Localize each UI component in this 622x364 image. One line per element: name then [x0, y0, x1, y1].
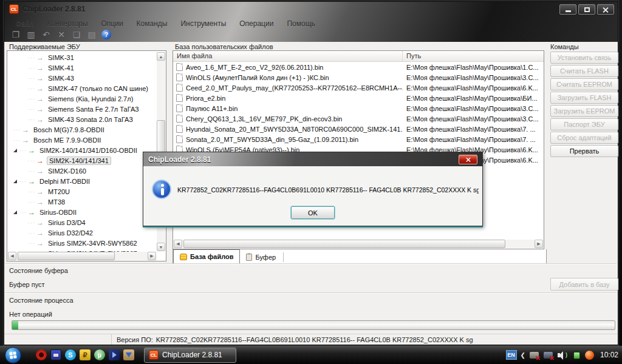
- file-icon: [176, 115, 183, 123]
- tree-item[interactable]: ···→SIM2K-140/141/341: [7, 155, 157, 166]
- battery-icon[interactable]: [571, 351, 581, 360]
- scroll-up-icon[interactable]: ▲: [157, 52, 165, 61]
- menu-item-6[interactable]: Помощь: [280, 18, 321, 30]
- connection-disconnected-icon[interactable]: ✕: [543, 351, 553, 360]
- language-indicator[interactable]: EN: [506, 350, 517, 360]
- tree-horizontal-scrollbar[interactable]: ◀ ▶: [8, 252, 156, 260]
- tree-item[interactable]: ···→MT20U: [7, 186, 157, 197]
- paste-icon[interactable]: ▤: [86, 30, 97, 39]
- tree-item[interactable]: ···→Sirius D3/D4: [7, 217, 157, 228]
- tree-item[interactable]: ···→Bosch M(G)7.9.8-OBDII: [7, 124, 157, 135]
- file-row[interactable]: WinOLS (АмулетПалий Коля дин (+1) - )КС.…: [173, 72, 544, 83]
- file-name: Sonata_2.0_MT_5WY5D33A_din_95-Gaz_(1.09.…: [186, 136, 358, 143]
- tree-item-label: Siemens (Kia, Hyundai 2.7л): [47, 95, 134, 103]
- clock[interactable]: 10:02: [600, 351, 618, 359]
- file-row[interactable]: Sonata_2.0_MT_5WY5D33A_din_95-Gaz_(1.09.…: [173, 134, 544, 144]
- file-icon: [176, 104, 183, 112]
- scroll-left-icon[interactable]: ◀: [174, 240, 182, 248]
- tree-item[interactable]: ···→SIM2K-140/141/341/D160-OBDII: [7, 145, 157, 155]
- menu-item-5[interactable]: Операции: [233, 18, 280, 30]
- file-row[interactable]: Aveo_1.6_MT_E-2_eco_V2_92(6.06.2011).bin…: [173, 62, 544, 72]
- copy-icon[interactable]: ❏: [71, 30, 82, 39]
- tree-item[interactable]: ···→Sirius-OBDII: [7, 207, 157, 217]
- menu-item-1[interactable]: Конверторы: [41, 18, 95, 30]
- downloads-icon[interactable]: [123, 349, 134, 360]
- collapse-chevron-icon[interactable]: ❮: [521, 352, 525, 359]
- scroll-right-icon[interactable]: ▶: [535, 240, 543, 248]
- scroll-left-icon[interactable]: ◀: [8, 252, 16, 260]
- column-header-name[interactable]: Имя файла: [173, 51, 403, 61]
- opera-icon[interactable]: [36, 349, 47, 360]
- list-hscroll-thumb[interactable]: [183, 240, 505, 248]
- tree-item[interactable]: ···→SIMK-43 Sonata 2.0л ТаГАЗ: [7, 114, 157, 124]
- add-to-database-button[interactable]: Добавить в базу: [550, 278, 618, 291]
- tree-item[interactable]: ···→SIMK-41: [7, 62, 157, 73]
- scroll-right-icon[interactable]: ▶: [148, 252, 156, 260]
- file-row[interactable]: Chery_QQ613_1,3L_16V_ME797_PK_din-ecov3.…: [173, 113, 544, 124]
- separator: [5, 292, 617, 294]
- start-button[interactable]: [5, 347, 21, 363]
- command-button-2[interactable]: Считать EEPROM: [550, 78, 618, 90]
- list-horizontal-scrollbar[interactable]: ◀ ▶: [174, 240, 543, 248]
- undo-icon[interactable]: ↶: [41, 30, 52, 39]
- tab-buffer[interactable]: Буфер: [240, 251, 282, 264]
- ok-button[interactable]: OK: [291, 206, 335, 219]
- expander-icon[interactable]: [13, 149, 17, 152]
- command-button-6[interactable]: Сброс адаптаций: [550, 132, 618, 144]
- help-icon[interactable]: ?: [101, 30, 111, 39]
- tab-file-database[interactable]: База файлов: [173, 249, 240, 264]
- dialog-close-button[interactable]: [459, 155, 477, 164]
- cut-icon[interactable]: ✕: [56, 30, 67, 39]
- file-row[interactable]: Ceed_2.0_MT_Paulys_may_(KR77205253--KR77…: [173, 83, 544, 93]
- floppy-icon[interactable]: [50, 349, 61, 360]
- command-button-7[interactable]: Прервать: [550, 145, 618, 157]
- file-row[interactable]: Hyundai_Sonata_20_MT_5WY5D33A_N8T0RC0A69…: [173, 124, 544, 134]
- command-button-5[interactable]: Паспорт ЭБУ: [550, 118, 618, 130]
- taskbar-app-button[interactable]: CL ChipLoader 2.8.81: [144, 348, 236, 363]
- file-path: E:\Моя флешка\Flash\May\Прошивка\7. ...: [403, 126, 544, 133]
- command-button-4[interactable]: Загрузить EEPROM: [550, 105, 618, 117]
- column-header-path[interactable]: Путь: [403, 51, 544, 61]
- scroll-down-icon[interactable]: ▼: [157, 243, 165, 251]
- expander-icon[interactable]: [13, 211, 17, 214]
- menu-item-4[interactable]: Инструменты: [174, 18, 233, 30]
- network-disconnected-icon[interactable]: ✕: [529, 351, 539, 360]
- tree-item[interactable]: ···→Siemens Santa Fe 2.7л ТаГАЗ: [7, 104, 157, 114]
- open-icon[interactable]: ❐: [10, 30, 21, 39]
- ecu-arrow-icon: →: [36, 240, 44, 247]
- media-player-icon[interactable]: [109, 349, 120, 360]
- tree-connector: ···: [13, 127, 21, 133]
- tree-item[interactable]: ···→SIMK-31: [7, 52, 157, 62]
- utorrent-icon[interactable]: µ: [94, 349, 105, 360]
- skype-icon[interactable]: S: [65, 349, 76, 360]
- tree-item[interactable]: ···→Delphi MT-OBDII: [7, 176, 157, 186]
- close-button[interactable]: [597, 4, 614, 15]
- tree-item[interactable]: ···→Siemens (Kia, Hyundai 2.7л): [7, 93, 157, 104]
- file-row[interactable]: Паулюс A11+.binE:\Моя флешка\Flash\May\П…: [173, 103, 544, 113]
- minimize-button[interactable]: [559, 4, 576, 15]
- menu-item-3[interactable]: Команды: [130, 18, 174, 30]
- volume-icon[interactable]: ): [557, 351, 567, 360]
- maximize-button[interactable]: [578, 4, 595, 15]
- file-icon: [176, 84, 183, 92]
- quick-launch: S₽µ: [36, 349, 134, 360]
- tree-item[interactable]: ···→SIM2K-D160: [7, 166, 157, 176]
- save-icon[interactable]: ▥: [26, 30, 36, 39]
- command-button-1[interactable]: Считать FLASH: [550, 65, 618, 77]
- tree-item[interactable]: ···→Bosch ME 7.9.9-OBDII: [7, 135, 157, 145]
- antivirus-icon[interactable]: [585, 351, 594, 360]
- tree-item[interactable]: ···→SIM2K-47 (только по CAN шине): [7, 83, 157, 93]
- menu-item-2[interactable]: Опции: [94, 18, 129, 30]
- tree-item[interactable]: ···→SIMK-43: [7, 73, 157, 83]
- tree-connector: ···: [28, 158, 35, 164]
- expander-icon[interactable]: [13, 180, 17, 183]
- tree-hscroll-thumb[interactable]: [18, 252, 115, 260]
- tree-item[interactable]: ···→MT38: [7, 197, 157, 207]
- command-button-0[interactable]: Установить связь: [550, 52, 618, 64]
- tree-item[interactable]: ···→Sirius SIM2K-34VR-5WY5862: [7, 238, 157, 248]
- gold-app-icon[interactable]: ₽: [80, 349, 91, 360]
- command-button-3[interactable]: Загрузить FLASH: [550, 92, 618, 104]
- file-row[interactable]: Priora_e2.binE:\Моя флешка\Flash\May\Про…: [173, 93, 544, 103]
- menu-item-0[interactable]: Файл: [9, 18, 41, 30]
- tree-item[interactable]: ···→Sirius D32/D42: [7, 228, 157, 238]
